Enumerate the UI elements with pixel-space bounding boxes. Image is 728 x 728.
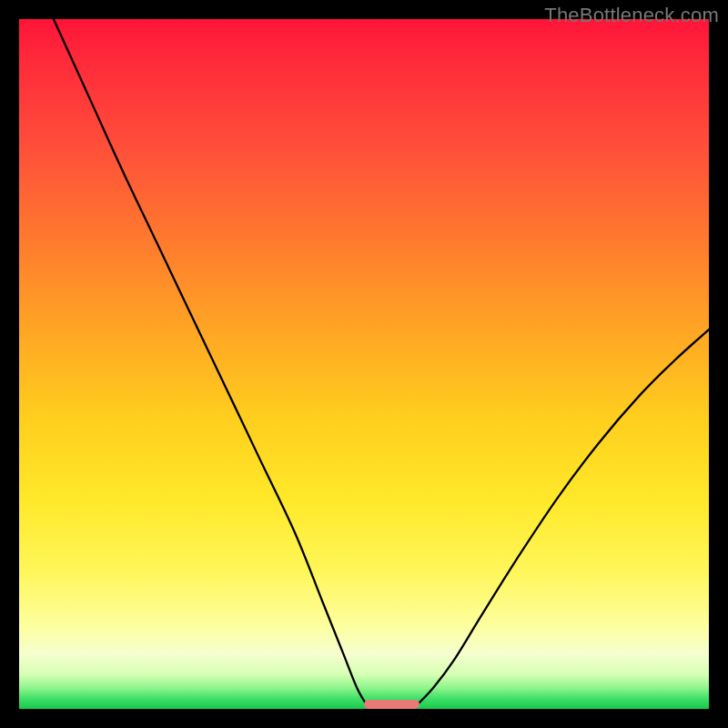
curve-left-arm [54, 19, 368, 706]
watermark-text: TheBottleneck.com [544, 4, 719, 27]
plot-area [19, 19, 709, 709]
minimum-marker [364, 700, 420, 709]
bottleneck-curve [19, 19, 709, 709]
curve-right-arm [416, 329, 709, 706]
chart-frame: TheBottleneck.com [0, 0, 728, 728]
